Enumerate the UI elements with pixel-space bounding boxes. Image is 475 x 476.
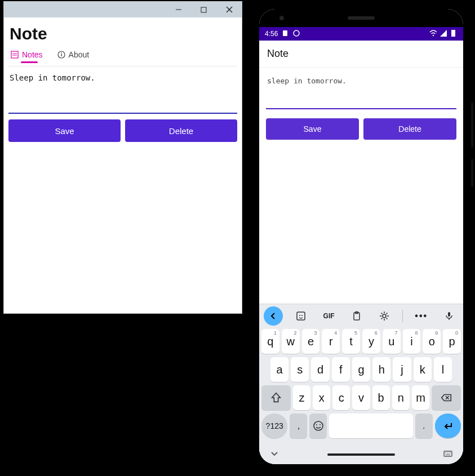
sim-icon [281, 29, 289, 39]
gif-icon[interactable]: GIF [319, 306, 339, 326]
shift-key[interactable] [261, 385, 291, 410]
svg-rect-13 [451, 30, 455, 37]
key-s[interactable]: s [291, 357, 309, 382]
period-key[interactable]: . [415, 413, 433, 438]
key-h[interactable]: h [372, 357, 390, 382]
key-w[interactable]: w2 [282, 329, 300, 354]
svg-rect-1 [201, 7, 206, 12]
svg-point-12 [433, 34, 434, 35]
tabs: Notes About [8, 50, 237, 66]
svg-rect-35 [444, 451, 452, 456]
backspace-key[interactable] [432, 385, 461, 410]
key-f[interactable]: f [332, 357, 350, 382]
page-title: Note [8, 23, 237, 50]
keyboard-row-4: ?123 , . [261, 413, 461, 438]
key-z[interactable]: z [293, 385, 310, 410]
face-icon [292, 29, 300, 39]
svg-line-24 [381, 313, 383, 314]
chevron-left-icon[interactable] [264, 306, 283, 326]
svg-point-19 [383, 314, 386, 318]
delete-button[interactable]: Delete [125, 119, 237, 142]
svg-point-9 [61, 52, 62, 54]
svg-rect-10 [283, 30, 287, 36]
keyboard-row-2: asdfghjkl [261, 357, 461, 382]
about-icon [57, 51, 65, 59]
minimize-button[interactable] [166, 2, 191, 17]
key-u[interactable]: u7 [383, 329, 401, 354]
key-n[interactable]: n [392, 385, 410, 410]
wifi-icon [429, 29, 437, 39]
nav-home-pill[interactable] [327, 453, 395, 456]
key-a[interactable]: a [270, 357, 288, 382]
comma-key[interactable]: , [290, 413, 307, 438]
key-m[interactable]: m [412, 385, 429, 410]
enter-key[interactable] [435, 413, 461, 438]
key-e[interactable]: e3 [302, 329, 320, 354]
phone-frame: 4:56 Note Save Delete [251, 1, 471, 472]
svg-rect-28 [448, 312, 450, 317]
window-titlebar[interactable] [4, 2, 242, 17]
save-button[interactable]: Save [266, 118, 359, 140]
notes-icon [11, 51, 19, 59]
more-icon[interactable]: ••• [412, 306, 431, 326]
phone-notch [259, 9, 463, 27]
keyboard-row-1: q1w2e3r4t5y6u7i8o9p0 [261, 329, 461, 354]
key-i[interactable]: i8 [403, 329, 421, 354]
svg-point-33 [316, 424, 317, 425]
note-input[interactable] [266, 73, 456, 109]
app-bar: Note [259, 41, 463, 68]
nav-bar [259, 445, 463, 464]
key-q[interactable]: q1 [261, 329, 279, 354]
save-button[interactable]: Save [8, 119, 121, 142]
signal-icon [440, 29, 447, 39]
status-bar: 4:56 [259, 27, 463, 41]
tab-label: About [69, 50, 90, 59]
desktop-window: Note Notes About Save Delete [3, 1, 242, 314]
key-b[interactable]: b [372, 385, 390, 410]
nav-chevron-down-icon[interactable] [269, 448, 279, 461]
svg-point-34 [319, 424, 321, 425]
svg-line-25 [387, 318, 388, 319]
delete-button[interactable]: Delete [363, 118, 456, 140]
key-g[interactable]: g [352, 357, 370, 382]
space-key[interactable] [329, 413, 412, 438]
battery-icon [450, 29, 458, 39]
phone-screen: 4:56 Note Save Delete [259, 9, 463, 464]
key-y[interactable]: y6 [362, 329, 380, 354]
key-p[interactable]: p0 [443, 329, 461, 354]
close-button[interactable] [216, 2, 242, 17]
tab-notes[interactable]: Notes [11, 50, 43, 63]
tab-about[interactable]: About [57, 50, 90, 63]
svg-rect-14 [297, 312, 305, 320]
keyboard: GIF ••• q1w2e3r4t5y6u7i8o9p0 asdfghjkl [259, 304, 463, 464]
svg-line-26 [387, 313, 388, 314]
key-v[interactable]: v [352, 385, 370, 410]
appbar-title: Note [267, 48, 288, 60]
key-t[interactable]: t5 [342, 329, 360, 354]
key-x[interactable]: x [313, 385, 330, 410]
note-input[interactable] [8, 70, 237, 114]
sticker-icon[interactable] [291, 306, 310, 326]
maximize-button[interactable] [191, 2, 216, 17]
tab-label: Notes [22, 50, 43, 59]
keyboard-row-3: zxcvbnm [261, 385, 461, 410]
keyboard-toolbar: GIF ••• [259, 304, 463, 328]
svg-point-11 [294, 30, 299, 36]
emoji-key[interactable] [309, 413, 327, 438]
key-o[interactable]: o9 [423, 329, 441, 354]
gear-icon[interactable] [375, 306, 394, 326]
mic-icon[interactable] [440, 306, 459, 326]
key-j[interactable]: j [393, 357, 411, 382]
svg-point-15 [299, 315, 300, 316]
svg-line-27 [381, 318, 383, 319]
key-l[interactable]: l [434, 357, 452, 382]
key-d[interactable]: d [311, 357, 329, 382]
svg-point-32 [314, 421, 323, 430]
keyboard-switch-icon[interactable] [443, 448, 453, 461]
key-k[interactable]: k [414, 357, 432, 382]
svg-point-16 [301, 315, 303, 316]
key-c[interactable]: c [332, 385, 350, 410]
clipboard-icon[interactable] [347, 306, 366, 326]
symbols-key[interactable]: ?123 [261, 413, 287, 438]
key-r[interactable]: r4 [322, 329, 340, 354]
